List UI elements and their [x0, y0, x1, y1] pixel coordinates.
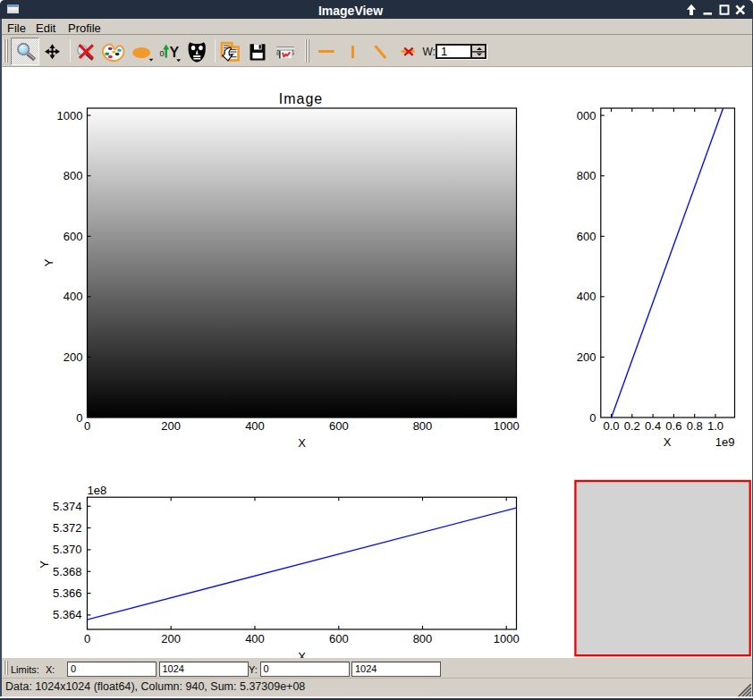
svg-text:400: 400	[577, 290, 596, 303]
svg-text:0.8: 0.8	[687, 419, 703, 433]
svg-text:X: X	[664, 435, 672, 449]
svg-text:0.0: 0.0	[603, 419, 619, 433]
svg-text:1e9: 1e9	[715, 435, 735, 449]
svg-text:W:: W:	[423, 46, 436, 58]
svg-text:Y: Y	[170, 45, 180, 60]
svg-text:400: 400	[245, 632, 265, 645]
svg-text:800: 800	[413, 632, 433, 645]
svg-text:400: 400	[245, 419, 265, 433]
svg-text:400: 400	[63, 290, 83, 303]
svg-text:5.370: 5.370	[53, 543, 82, 556]
svg-text:5.372: 5.372	[53, 521, 82, 535]
svg-text:0: 0	[76, 411, 82, 425]
svg-text:0: 0	[160, 49, 165, 58]
svg-text:1000: 1000	[494, 632, 520, 645]
svg-text:Y: Y	[38, 561, 51, 569]
svg-text:5.374: 5.374	[53, 500, 82, 513]
svg-text:5.364: 5.364	[53, 608, 82, 621]
svg-text:200: 200	[161, 419, 181, 433]
svg-text:1e8: 1e8	[88, 484, 107, 497]
svg-text:000: 000	[577, 109, 596, 122]
svg-text:600: 600	[577, 230, 596, 243]
svg-text:200: 200	[63, 350, 83, 364]
svg-text:0: 0	[84, 632, 90, 645]
svg-text:5.368: 5.368	[53, 565, 82, 578]
svg-text:200: 200	[577, 350, 596, 364]
svg-text:600: 600	[329, 632, 349, 645]
svg-text:Image: Image	[279, 91, 323, 106]
svg-text:200: 200	[161, 632, 181, 645]
svg-text:X: X	[298, 436, 306, 450]
svg-text:0.4: 0.4	[645, 419, 661, 433]
svg-text:600: 600	[329, 419, 349, 433]
svg-text:5.366: 5.366	[53, 586, 82, 600]
svg-text:0: 0	[84, 419, 90, 433]
svg-text:1000: 1000	[57, 109, 83, 122]
svg-text:0: 0	[589, 411, 596, 425]
svg-text:Y: Y	[42, 258, 55, 266]
svg-text:1.0: 1.0	[707, 419, 723, 433]
svg-text:1000: 1000	[494, 419, 520, 433]
svg-text:800: 800	[413, 419, 433, 433]
svg-text:800: 800	[577, 169, 596, 182]
svg-text:0.6: 0.6	[665, 419, 681, 433]
svg-text:0.2: 0.2	[624, 419, 640, 433]
svg-text:600: 600	[63, 230, 83, 243]
svg-text:800: 800	[63, 169, 83, 182]
